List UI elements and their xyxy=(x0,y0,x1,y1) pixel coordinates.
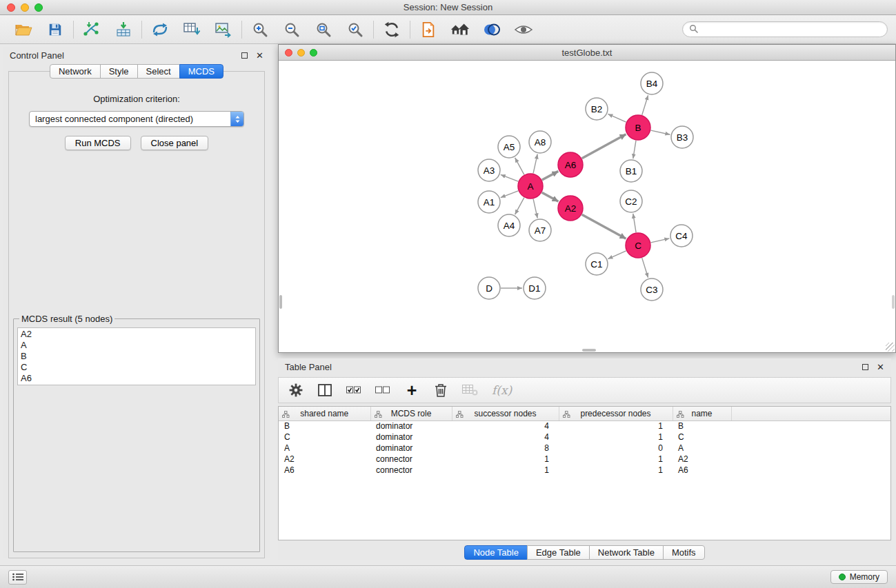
table-cell[interactable]: A2 xyxy=(673,454,731,465)
graph-node-A8[interactable]: A8 xyxy=(529,131,551,153)
zoom-network-window-button[interactable] xyxy=(310,49,317,57)
minimize-network-window-button[interactable] xyxy=(297,49,305,57)
table-cell[interactable]: connector xyxy=(370,465,452,476)
window-resize-grip[interactable] xyxy=(886,343,895,352)
float-table-panel-icon[interactable] xyxy=(862,364,868,370)
graph-edge-A-A1[interactable] xyxy=(501,191,519,198)
table-cell[interactable]: 1 xyxy=(559,420,673,432)
zoom-out-icon[interactable] xyxy=(282,20,301,39)
table-cell[interactable]: 1 xyxy=(559,454,673,465)
table-row[interactable]: Adominator80A xyxy=(279,443,890,454)
tab-network-table[interactable]: Network Table xyxy=(589,545,664,560)
mcds-result-list[interactable]: A2ABCA6 xyxy=(17,327,256,385)
zoom-in-icon[interactable] xyxy=(250,20,270,39)
table-cell[interactable]: A6 xyxy=(279,465,370,476)
table-cell[interactable]: C xyxy=(673,432,731,443)
close-table-panel-icon[interactable]: ✕ xyxy=(877,363,884,372)
network-graph[interactable]: AA1A2A3A4A5A6A7A8BB1B2B3B4CC1C2C3C4DD1 xyxy=(279,61,895,352)
graph-node-D1[interactable]: D1 xyxy=(524,277,546,299)
graph-edge-A2-C[interactable] xyxy=(582,214,626,239)
horizontal-scrollbar-handle[interactable] xyxy=(582,349,596,352)
select-all-columns-icon[interactable] xyxy=(346,381,361,399)
float-panel-icon[interactable] xyxy=(241,52,248,59)
network-window-titlebar[interactable]: testGlobe.txt xyxy=(279,45,895,61)
graph-node-A7[interactable]: A7 xyxy=(529,219,551,241)
table-cell[interactable]: 0 xyxy=(559,443,673,454)
table-cell[interactable]: 4 xyxy=(452,432,559,443)
tab-style[interactable]: Style xyxy=(100,64,138,79)
graph-edge-A-A7[interactable] xyxy=(533,199,537,219)
graph-edge-A6-B[interactable] xyxy=(582,134,626,159)
table-cell[interactable]: dominator xyxy=(370,432,452,443)
column-header-MCDS-role[interactable]: MCDS role xyxy=(370,407,452,420)
save-session-icon[interactable] xyxy=(46,20,65,39)
column-header-successor-nodes[interactable]: successor nodes xyxy=(452,407,559,420)
graph-node-B[interactable]: B xyxy=(626,115,650,140)
table-cell[interactable]: 8 xyxy=(452,443,559,454)
graph-node-A3[interactable]: A3 xyxy=(478,159,500,181)
graph-node-A4[interactable]: A4 xyxy=(498,214,520,236)
table-cell[interactable]: A6 xyxy=(673,465,731,476)
delete-column-trash-icon[interactable] xyxy=(433,381,448,399)
table-tools-icon[interactable] xyxy=(182,20,201,39)
table-settings-gear-icon[interactable] xyxy=(288,381,303,399)
graph-edge-A-A3[interactable] xyxy=(501,174,519,181)
optimization-criterion-select[interactable]: largest connected component (directed) xyxy=(29,111,244,127)
vertical-scrollbar-handle[interactable] xyxy=(279,295,282,309)
graph-edge-A-A4[interactable] xyxy=(515,198,524,215)
graph-node-B4[interactable]: B4 xyxy=(641,72,663,94)
table-cell[interactable]: C xyxy=(279,432,370,443)
table-cell[interactable]: A xyxy=(279,443,370,454)
table-row[interactable]: Bdominator41B xyxy=(279,420,890,432)
memory-button[interactable]: Memory xyxy=(830,570,888,584)
vertical-scrollbar-handle-right[interactable] xyxy=(892,295,895,309)
node-table[interactable]: shared nameMCDS rolesuccessor nodesprede… xyxy=(278,406,891,540)
close-panel-icon[interactable]: ✕ xyxy=(256,51,263,60)
show-hide-icon[interactable] xyxy=(514,20,533,39)
import-network-from-file-icon[interactable] xyxy=(82,20,101,39)
table-cell[interactable]: dominator xyxy=(370,443,452,454)
table-cell[interactable]: connector xyxy=(370,454,452,465)
graph-edge-A-A5[interactable] xyxy=(515,158,524,175)
table-cell[interactable]: 1 xyxy=(559,465,673,476)
mcds-result-item[interactable]: C xyxy=(21,362,252,373)
tab-mcds[interactable]: MCDS xyxy=(179,64,223,79)
analyzer-icon[interactable] xyxy=(482,20,501,39)
search-input[interactable] xyxy=(701,25,881,34)
function-builder-icon[interactable]: f(x) xyxy=(492,381,512,399)
graph-edge-C-C2[interactable] xyxy=(633,214,636,232)
task-history-button[interactable] xyxy=(8,570,27,585)
import-table-from-file-icon[interactable] xyxy=(114,20,133,39)
zoom-fit-icon[interactable] xyxy=(314,20,333,39)
graph-edge-C-C1[interactable] xyxy=(608,251,626,259)
close-network-window-button[interactable] xyxy=(285,49,292,57)
mcds-result-item[interactable]: A xyxy=(21,340,252,351)
graph-node-B3[interactable]: B3 xyxy=(671,126,693,148)
mcds-result-item[interactable]: A6 xyxy=(21,373,252,384)
file-transfer-icon[interactable] xyxy=(419,20,438,39)
graph-edge-B-B3[interactable] xyxy=(651,130,670,134)
graph-node-D[interactable]: D xyxy=(478,277,500,299)
table-cell[interactable]: A xyxy=(673,443,731,454)
table-row[interactable]: A2connector11A2 xyxy=(279,454,890,465)
tab-node-table[interactable]: Node Table xyxy=(464,545,528,560)
graph-edge-B-B1[interactable] xyxy=(633,141,636,159)
run-mcds-button[interactable]: Run MCDS xyxy=(65,136,131,150)
table-cell[interactable]: B xyxy=(279,420,370,432)
column-browser-icon[interactable] xyxy=(317,381,332,399)
graph-edge-B-B2[interactable] xyxy=(608,114,626,122)
minimize-window-button[interactable] xyxy=(21,3,29,12)
delete-table-icon[interactable] xyxy=(462,381,478,399)
tab-motifs[interactable]: Motifs xyxy=(663,545,705,560)
graph-node-C[interactable]: C xyxy=(626,233,650,258)
home-layout-icon[interactable] xyxy=(450,20,470,39)
graph-edge-A-A8[interactable] xyxy=(533,154,537,174)
table-cell[interactable]: 1 xyxy=(452,465,559,476)
table-cell[interactable]: 1 xyxy=(452,454,559,465)
export-image-icon[interactable] xyxy=(214,20,233,39)
graph-node-C4[interactable]: C4 xyxy=(670,225,693,247)
close-window-button[interactable] xyxy=(7,3,15,12)
graph-node-B2[interactable]: B2 xyxy=(586,98,608,120)
graph-node-A5[interactable]: A5 xyxy=(498,136,520,158)
add-column-icon[interactable]: + xyxy=(404,381,419,399)
